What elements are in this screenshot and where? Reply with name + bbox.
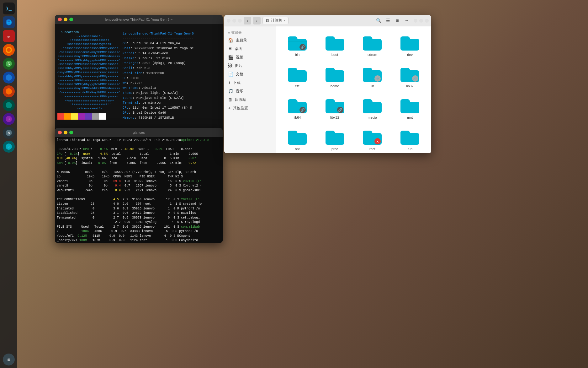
svg-text:🔗: 🔗 [338, 108, 342, 112]
svg-text:⚡: ⚡ [8, 146, 9, 149]
folder-name-proc: proc [331, 147, 338, 151]
dock-icon-terminal[interactable]: ❯_ [3, 3, 15, 14]
folder-name-mnt: mnt [407, 116, 413, 119]
fm-search-button[interactable]: 🔍 [375, 17, 382, 24]
svg-text:⚡: ⚡ [8, 117, 10, 122]
minimize-button[interactable] [64, 18, 67, 21]
folder-item-mnt[interactable]: mnt [392, 93, 427, 122]
dock-icon-files[interactable]: 🌐 [3, 16, 15, 28]
folder-item-media[interactable]: media [355, 93, 390, 122]
fm-back-button[interactable]: ‹ [244, 17, 251, 24]
dock-icon-app5[interactable]: G [3, 58, 15, 70]
fm-location-bar[interactable]: 🖥 计算机 ▾ [262, 17, 289, 24]
svg-point-4 [7, 48, 11, 52]
folder-icon-libx32: 🔗 [324, 95, 346, 114]
sidebar-item-desktop[interactable]: 🖥 桌面 [224, 45, 276, 53]
folder-item-lib64[interactable]: 🔗 lib64 [280, 93, 315, 122]
folder-name-opt: opt [295, 147, 299, 151]
pictures-icon: 🖼 [228, 63, 232, 68]
sidebar-item-documents[interactable]: 📄 文档 [224, 70, 276, 78]
dock-icon-settings[interactable]: ⚙ [3, 127, 15, 139]
sidebar-item-pictures[interactable]: 🖼 图片 [224, 62, 276, 70]
dock-icon-grid[interactable]: ⊞ [3, 354, 15, 365]
desktop-icon: 🖥 [228, 46, 232, 51]
fm-wm-min[interactable] [414, 19, 417, 23]
folder-item-libx32[interactable]: 🔗 libx32 [317, 93, 352, 122]
fm-grid-button[interactable]: ⊞ [394, 17, 401, 24]
sidebar-item-videos[interactable]: 🎬 视频 [224, 53, 276, 62]
folder-item-root[interactable]: ✕ root [355, 124, 390, 153]
sidebar-item-music[interactable]: 🎵 音乐 [224, 87, 276, 95]
svg-text:⊞: ⊞ [7, 357, 10, 362]
folder-icon-dev [399, 33, 421, 51]
sidebar-item-trash[interactable]: 🗑 回收站 [224, 95, 276, 104]
glances-minimize-button[interactable] [64, 131, 67, 134]
dock-icon-app7[interactable] [3, 85, 15, 97]
sidebar-item-home[interactable]: 🏠 主目录 [224, 36, 276, 45]
folder-item-bin[interactable]: 🔗 bin [280, 30, 315, 59]
dock-icon-app8[interactable] [3, 99, 15, 111]
sidebar-pictures-label: 图片 [235, 63, 242, 68]
svg-text:G: G [8, 62, 10, 67]
filemanager-window: ‹ › 🖥 计算机 ▾ 🔍 ☰ ⊞ ⋯ ★ 收藏夹 🏠 主目录 🖥 桌面 [224, 15, 431, 153]
fm-close-button[interactable] [238, 19, 242, 23]
maximize-button[interactable] [69, 18, 73, 21]
folder-item-run[interactable]: run [392, 124, 427, 153]
terminal-neofetch-content[interactable]: ❯ neofetch .-/+oossssoo+/-. `:+sssssssss… [55, 24, 223, 139]
folder-icon-root: ✕ [361, 127, 383, 146]
glances-maximize-button[interactable] [69, 131, 73, 134]
folder-item-boot[interactable]: boot [317, 30, 352, 59]
folder-icon-lib64: 🔗 [286, 95, 308, 114]
sidebar-item-other-locations[interactable]: + 其他位置 [224, 104, 276, 112]
svg-text:🌐: 🌐 [6, 20, 12, 25]
dock-icon-draw[interactable]: ✏ [3, 30, 15, 42]
folder-name-root: root [369, 147, 375, 151]
fm-minimize-button[interactable] [227, 19, 230, 23]
sidebar-item-downloads[interactable]: ⬇ 下载 [224, 78, 276, 87]
fm-favorites-section: ★ 收藏夹 [224, 29, 276, 36]
folder-name-run: run [407, 147, 412, 151]
folder-name-lib: lib [371, 84, 374, 88]
fm-body: ★ 收藏夹 🏠 主目录 🖥 桌面 🎬 视频 🖼 图片 📄 文档 [224, 26, 431, 153]
neofetch-ascii-art: ❯ neofetch .-/+oossssoo+/-. `:+sssssssss… [57, 26, 120, 137]
close-button[interactable] [58, 18, 62, 21]
glances-title: glances [133, 131, 145, 134]
folder-item-cdrom[interactable]: cdrom [355, 30, 390, 59]
dock-icon-app6[interactable] [3, 72, 15, 84]
glances-close-button[interactable] [58, 131, 62, 134]
folder-item-lib32[interactable]: 🔗 lib32 [392, 62, 427, 90]
sidebar-other-label: 其他位置 [233, 106, 248, 111]
fm-more-button[interactable]: ⋯ [403, 17, 411, 24]
fm-favorites-label: 收藏夹 [231, 30, 242, 35]
folder-item-lib[interactable]: 🔗 lib [355, 62, 390, 90]
folder-grid: 🔗 bin boot cdrom [280, 30, 427, 153]
neofetch-system-info: lenovo@lenovo-ThinkPad-X1-Yoga-Gen-6 ---… [123, 26, 220, 137]
svg-text:⚙: ⚙ [8, 131, 10, 136]
svg-text:🔗: 🔗 [375, 76, 380, 81]
dock-icon-app11[interactable]: ⚡ [3, 141, 15, 153]
folder-name-etc: etc [295, 84, 300, 88]
sidebar-documents-label: 文档 [236, 72, 243, 77]
folder-item-opt[interactable]: opt [280, 124, 315, 153]
folder-item-home[interactable]: home [317, 62, 352, 90]
svg-point-7 [6, 74, 12, 81]
fm-forward-button[interactable]: › [253, 17, 261, 24]
glances-content[interactable]: lenovo-ThinkPad-X1-Yoga-Gen-6 - IP 10.23… [55, 137, 223, 243]
folder-item-etc[interactable]: etc [280, 62, 315, 90]
dock-icon-app9[interactable]: ⚡ [3, 113, 15, 125]
folder-item-dev[interactable]: dev [392, 30, 427, 59]
folder-icon-run [399, 127, 421, 146]
fm-wm-max[interactable] [419, 19, 423, 23]
fm-wm-close[interactable] [425, 19, 429, 23]
folder-icon-media [361, 95, 383, 114]
svg-text:✕: ✕ [376, 139, 379, 144]
sidebar-desktop-label: 桌面 [235, 46, 242, 51]
folder-icon-etc [286, 64, 308, 83]
fm-maximize-button[interactable] [232, 19, 236, 23]
folder-name-lib64: lib64 [294, 116, 301, 119]
fm-list-button[interactable]: ☰ [384, 17, 392, 24]
sidebar-downloads-label: 下载 [233, 80, 241, 85]
dock-icon-firefox[interactable] [3, 44, 15, 56]
folder-item-proc[interactable]: proc [317, 124, 352, 153]
fm-location-text: 计算机 [271, 18, 282, 23]
